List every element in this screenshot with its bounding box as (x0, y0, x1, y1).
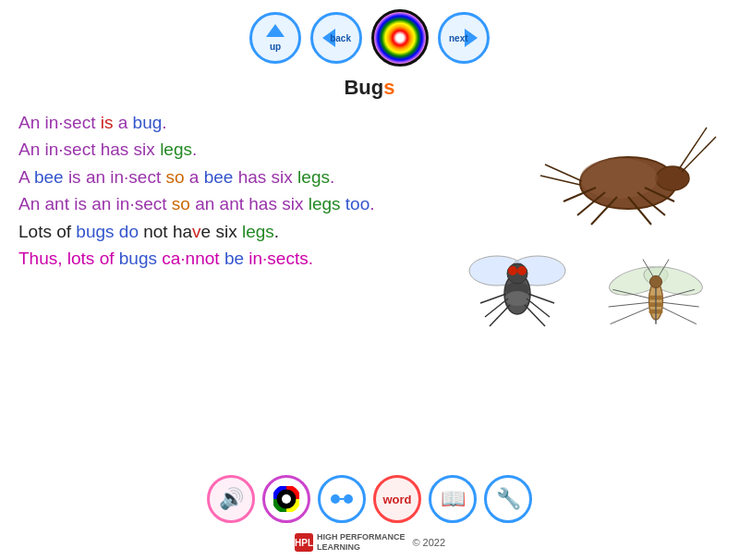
up-button[interactable]: up (249, 12, 301, 64)
mosquito-image (591, 238, 721, 349)
wrench-button[interactable]: 🔧 (484, 475, 532, 523)
svg-line-22 (480, 294, 506, 303)
hpl-logo-icon: HPL (294, 532, 314, 553)
line-4: An ant is an in·sect so an ant has six l… (18, 190, 462, 217)
svg-point-2 (580, 158, 658, 199)
back-button[interactable]: back (310, 12, 362, 64)
svg-line-23 (527, 298, 550, 317)
svg-point-33 (649, 275, 661, 287)
line-2: An in·sect has six legs. (18, 136, 462, 163)
bug-images (462, 109, 721, 359)
line-3: A bee is an in·sect so a bee has six leg… (18, 164, 462, 190)
title-text: Bug (344, 76, 383, 99)
main-content: An in·sect is a bug. An in·sect has six … (0, 109, 739, 359)
svg-point-19 (508, 266, 517, 275)
back-label: back (330, 33, 351, 43)
svg-line-26 (525, 305, 545, 326)
svg-point-47 (344, 494, 353, 504)
svg-point-17 (505, 291, 529, 306)
svg-line-21 (485, 298, 508, 317)
svg-point-44 (282, 494, 291, 504)
bottom-toolbar: 🔊 word 📖 🔧 (0, 475, 739, 523)
up-label: up (270, 42, 281, 52)
line-1: An in·sect is a bug. (18, 109, 462, 136)
svg-point-20 (517, 266, 527, 275)
line-5: Lots of bugs do not have six legs. (18, 218, 462, 245)
fly-image (462, 238, 573, 340)
dots-icon (329, 490, 355, 508)
svg-text:HPL: HPL (295, 538, 313, 548)
nav-bar: up back next (0, 0, 739, 71)
svg-line-24 (528, 294, 554, 303)
next-button[interactable]: next (438, 12, 490, 64)
svg-line-3 (679, 128, 707, 169)
svg-line-37 (611, 308, 649, 324)
svg-line-25 (490, 305, 510, 326)
svg-point-45 (331, 494, 340, 504)
word-button[interactable]: word (373, 475, 421, 523)
svg-line-36 (609, 302, 649, 307)
color-button[interactable] (262, 475, 310, 523)
title-s: s (383, 76, 394, 99)
cockroach-image (536, 109, 721, 248)
sound-button[interactable]: 🔊 (207, 475, 255, 523)
svg-line-40 (662, 308, 696, 324)
color-wheel-icon (273, 486, 299, 512)
text-area: An in·sect is a bug. An in·sect has six … (18, 109, 462, 359)
next-label: next (449, 33, 468, 43)
copyright: © 2022 (412, 537, 445, 548)
line-6: Thus, lots of bugs ca·nnot be in·sects. (18, 245, 462, 272)
svg-line-39 (662, 302, 698, 307)
hpl-logo: HPL HIGH PERFORMANCE LEARNING (294, 532, 406, 553)
svg-line-4 (682, 137, 716, 172)
dots-button[interactable] (318, 475, 366, 523)
footer: HPL HIGH PERFORMANCE LEARNING © 2022 (0, 532, 739, 553)
page-title: Bugs (0, 76, 739, 100)
book-button[interactable]: 📖 (429, 475, 477, 523)
home-button[interactable] (371, 9, 429, 67)
